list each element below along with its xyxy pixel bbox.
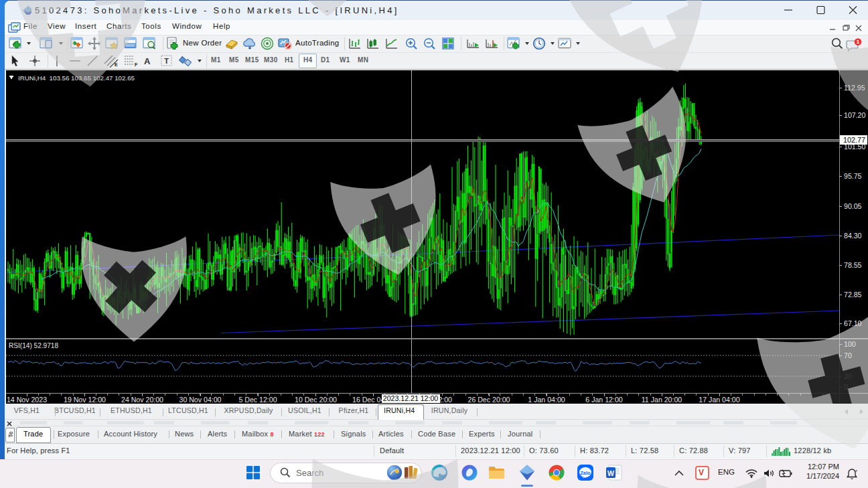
svg-text:6 Jan 12:00: 6 Jan 12:00 [585,396,622,404]
svg-text:z: z [855,469,857,473]
svg-text:F: F [135,62,138,67]
svg-text:10 Dec 20:00: 10 Dec 20:00 [295,396,337,404]
svg-text:Zalo: Zalo [580,470,591,476]
svg-text:67.10: 67.10 [844,319,862,327]
svg-text:100: 100 [844,340,856,348]
svg-text:14 Nov 2023: 14 Nov 2023 [7,396,47,404]
svg-text:5 Dec 12:00: 5 Dec 12:00 [238,396,277,404]
svg-text:T: T [164,57,169,65]
svg-text:112.95: 112.95 [844,84,865,92]
svg-text:30: 30 [844,372,852,380]
svg-text:30 Nov 04:00: 30 Nov 04:00 [179,396,221,404]
svg-text:102.77: 102.77 [843,136,865,144]
svg-text:19 Nov 12:00: 19 Nov 12:00 [64,396,106,404]
svg-text:1 Jan 04:00: 1 Jan 04:00 [528,396,565,404]
svg-text:1: 1 [857,39,860,45]
svg-text:11 Jan 20:00: 11 Jan 20:00 [642,396,682,404]
svg-text:24 Nov 20:00: 24 Nov 20:00 [121,396,163,404]
svg-text:E: E [115,62,118,67]
svg-text:107.20: 107.20 [844,111,866,119]
svg-text:0: 0 [844,383,848,391]
svg-text:95.75: 95.75 [844,172,862,180]
svg-text:26 Dec 20:00: 26 Dec 20:00 [467,396,510,404]
svg-text:84.30: 84.30 [844,232,862,240]
svg-text:70: 70 [844,351,852,359]
svg-text:2023.12.21 12:00: 2023.12.21 12:00 [383,394,439,402]
svg-text:RSI(14) 52.9718: RSI(14) 52.9718 [9,342,58,349]
svg-text:72.85: 72.85 [844,291,862,299]
svg-text:90.05: 90.05 [844,202,862,210]
svg-text:17 Jan 04:00: 17 Jan 04:00 [699,396,739,404]
svg-text:W: W [607,469,614,477]
svg-text:78.55: 78.55 [844,261,862,269]
svg-text:IRUNi,H4 103.56 103.65 102.47: IRUNi,H4 103.56 103.65 102.47 102.65 [18,74,135,82]
